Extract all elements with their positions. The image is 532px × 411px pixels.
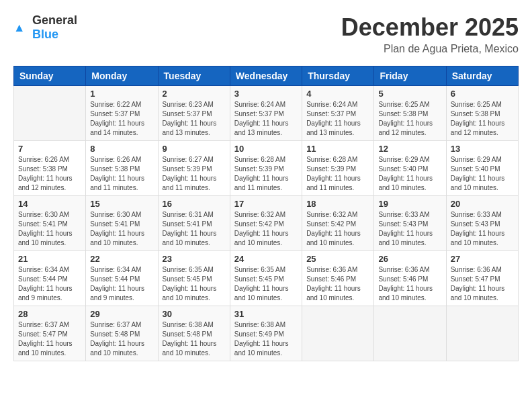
calendar-week-row: 7Sunrise: 6:26 AM Sunset: 5:38 PM Daylig… [14,141,519,196]
day-number: 5 [378,89,441,99]
calendar-cell: 6Sunrise: 6:25 AM Sunset: 5:38 PM Daylig… [446,86,518,141]
calendar-cell: 26Sunrise: 6:36 AM Sunset: 5:46 PM Dayli… [374,251,446,306]
calendar-cell: 1Sunrise: 6:22 AM Sunset: 5:37 PM Daylig… [86,86,158,141]
day-number: 17 [234,199,298,209]
day-number: 21 [18,254,81,264]
day-number: 18 [306,199,369,209]
day-number: 16 [163,199,226,209]
calendar-cell: 31Sunrise: 6:38 AM Sunset: 5:49 PM Dayli… [230,306,302,361]
day-info: Sunrise: 6:24 AM Sunset: 5:37 PM Dayligh… [306,100,369,138]
calendar-cell: 24Sunrise: 6:35 AM Sunset: 5:45 PM Dayli… [230,251,302,306]
calendar-cell [302,306,374,361]
day-info: Sunrise: 6:25 AM Sunset: 5:38 PM Dayligh… [378,100,441,138]
day-info: Sunrise: 6:30 AM Sunset: 5:41 PM Dayligh… [18,210,81,248]
day-number: 26 [378,254,441,264]
calendar-cell: 3Sunrise: 6:24 AM Sunset: 5:37 PM Daylig… [230,86,302,141]
location-title: Plan de Agua Prieta, Mexico [341,43,519,55]
calendar-cell: 17Sunrise: 6:32 AM Sunset: 5:42 PM Dayli… [230,196,302,251]
day-info: Sunrise: 6:26 AM Sunset: 5:38 PM Dayligh… [18,155,81,193]
day-info: Sunrise: 6:36 AM Sunset: 5:46 PM Dayligh… [306,265,369,303]
calendar-cell: 18Sunrise: 6:32 AM Sunset: 5:42 PM Dayli… [302,196,374,251]
calendar-cell: 7Sunrise: 6:26 AM Sunset: 5:38 PM Daylig… [14,141,86,196]
weekday-header-friday: Friday [374,66,446,86]
calendar-cell: 21Sunrise: 6:34 AM Sunset: 5:44 PM Dayli… [14,251,86,306]
day-number: 27 [451,254,514,264]
logo-text-general: General [32,13,77,27]
day-info: Sunrise: 6:35 AM Sunset: 5:45 PM Dayligh… [163,265,226,303]
weekday-header-row: SundayMondayTuesdayWednesdayThursdayFrid… [14,66,519,86]
weekday-header-tuesday: Tuesday [158,66,230,86]
svg-text:▲: ▲ [13,21,25,34]
day-number: 23 [163,254,226,264]
day-info: Sunrise: 6:34 AM Sunset: 5:44 PM Dayligh… [90,265,153,303]
calendar-cell: 13Sunrise: 6:29 AM Sunset: 5:40 PM Dayli… [446,141,518,196]
day-info: Sunrise: 6:29 AM Sunset: 5:40 PM Dayligh… [451,155,514,193]
calendar-cell: 10Sunrise: 6:28 AM Sunset: 5:39 PM Dayli… [230,141,302,196]
title-area: December 2025 Plan de Agua Prieta, Mexic… [341,13,519,55]
calendar-week-row: 28Sunrise: 6:37 AM Sunset: 5:47 PM Dayli… [14,306,519,361]
calendar-week-row: 21Sunrise: 6:34 AM Sunset: 5:44 PM Dayli… [14,251,519,306]
day-number: 31 [234,309,298,319]
day-number: 7 [18,144,81,154]
day-number: 11 [306,144,369,154]
calendar-cell: 25Sunrise: 6:36 AM Sunset: 5:46 PM Dayli… [302,251,374,306]
day-info: Sunrise: 6:37 AM Sunset: 5:48 PM Dayligh… [90,320,153,358]
page-header: ▲ General Blue December 2025 Plan de Agu… [13,13,519,55]
day-number: 1 [90,89,153,99]
day-info: Sunrise: 6:22 AM Sunset: 5:37 PM Dayligh… [90,100,153,138]
day-info: Sunrise: 6:33 AM Sunset: 5:43 PM Dayligh… [378,210,441,248]
day-info: Sunrise: 6:23 AM Sunset: 5:37 PM Dayligh… [163,100,226,138]
day-info: Sunrise: 6:36 AM Sunset: 5:46 PM Dayligh… [378,265,441,303]
calendar-cell: 19Sunrise: 6:33 AM Sunset: 5:43 PM Dayli… [374,196,446,251]
weekday-header-saturday: Saturday [446,66,518,86]
logo-icon: ▲ [13,19,30,36]
logo: ▲ General Blue [13,13,77,42]
calendar-cell: 2Sunrise: 6:23 AM Sunset: 5:37 PM Daylig… [158,86,230,141]
calendar-cell [14,86,86,141]
calendar-cell: 29Sunrise: 6:37 AM Sunset: 5:48 PM Dayli… [86,306,158,361]
day-number: 30 [163,309,226,319]
day-info: Sunrise: 6:25 AM Sunset: 5:38 PM Dayligh… [451,100,514,138]
day-info: Sunrise: 6:33 AM Sunset: 5:43 PM Dayligh… [451,210,514,248]
day-number: 10 [234,144,298,154]
day-info: Sunrise: 6:26 AM Sunset: 5:38 PM Dayligh… [90,155,153,193]
day-number: 24 [234,254,298,264]
day-info: Sunrise: 6:28 AM Sunset: 5:39 PM Dayligh… [306,155,369,193]
calendar-cell [374,306,446,361]
day-number: 12 [378,144,441,154]
day-info: Sunrise: 6:30 AM Sunset: 5:41 PM Dayligh… [90,210,153,248]
day-info: Sunrise: 6:29 AM Sunset: 5:40 PM Dayligh… [378,155,441,193]
day-number: 9 [163,144,226,154]
weekday-header-thursday: Thursday [302,66,374,86]
day-info: Sunrise: 6:38 AM Sunset: 5:48 PM Dayligh… [163,320,226,358]
day-number: 22 [90,254,153,264]
day-number: 29 [90,309,153,319]
calendar-cell: 15Sunrise: 6:30 AM Sunset: 5:41 PM Dayli… [86,196,158,251]
day-info: Sunrise: 6:32 AM Sunset: 5:42 PM Dayligh… [234,210,298,248]
calendar-table: SundayMondayTuesdayWednesdayThursdayFrid… [13,66,519,361]
day-number: 20 [451,199,514,209]
weekday-header-monday: Monday [86,66,158,86]
calendar-week-row: 1Sunrise: 6:22 AM Sunset: 5:37 PM Daylig… [14,86,519,141]
calendar-cell: 20Sunrise: 6:33 AM Sunset: 5:43 PM Dayli… [446,196,518,251]
day-number: 2 [163,89,226,99]
calendar-week-row: 14Sunrise: 6:30 AM Sunset: 5:41 PM Dayli… [14,196,519,251]
calendar-cell: 12Sunrise: 6:29 AM Sunset: 5:40 PM Dayli… [374,141,446,196]
day-number: 15 [90,199,153,209]
day-info: Sunrise: 6:32 AM Sunset: 5:42 PM Dayligh… [306,210,369,248]
day-info: Sunrise: 6:34 AM Sunset: 5:44 PM Dayligh… [18,265,81,303]
calendar-cell: 11Sunrise: 6:28 AM Sunset: 5:39 PM Dayli… [302,141,374,196]
day-number: 13 [451,144,514,154]
day-info: Sunrise: 6:35 AM Sunset: 5:45 PM Dayligh… [234,265,298,303]
calendar-cell [446,306,518,361]
month-title: December 2025 [341,13,519,42]
weekday-header-sunday: Sunday [14,66,86,86]
calendar-cell: 9Sunrise: 6:27 AM Sunset: 5:39 PM Daylig… [158,141,230,196]
day-info: Sunrise: 6:31 AM Sunset: 5:41 PM Dayligh… [163,210,226,248]
day-info: Sunrise: 6:24 AM Sunset: 5:37 PM Dayligh… [234,100,298,138]
day-number: 4 [306,89,369,99]
logo-text-blue: Blue [32,28,58,41]
day-info: Sunrise: 6:38 AM Sunset: 5:49 PM Dayligh… [234,320,298,358]
weekday-header-wednesday: Wednesday [230,66,302,86]
day-number: 19 [378,199,441,209]
